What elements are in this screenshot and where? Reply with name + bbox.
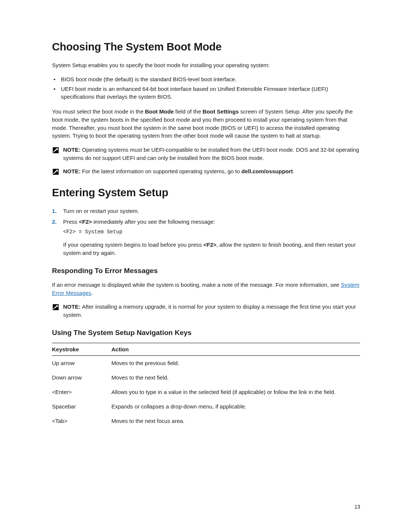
- text-bold: dell.com/ossupport: [241, 168, 293, 174]
- note-text: NOTE: For the latest information on supp…: [63, 167, 294, 175]
- cell-action: Moves to the next field.: [111, 370, 360, 385]
- table-row: <Tab> Moves to the next focus area.: [52, 414, 360, 428]
- text: For the latest information on supported …: [82, 168, 241, 174]
- table-header-keystroke: Keystroke: [52, 343, 111, 355]
- text-bold: Boot Mode: [145, 108, 173, 115]
- table-row: Up arrow Moves to the previous field.: [52, 355, 360, 370]
- table-row: Down arrow Moves to the next field.: [52, 370, 360, 385]
- text: If your operating system begins to load …: [63, 242, 203, 248]
- boot-mode-bullet-list: BIOS boot mode (the default) is the stan…: [52, 75, 360, 101]
- text: Operating systems must be UEFI-compatibl…: [63, 147, 359, 161]
- table-row: Spacebar Expands or collapses a drop-dow…: [52, 399, 360, 414]
- text: field of the: [174, 108, 203, 115]
- heading-responding-errors: Responding To Error Messages: [52, 267, 360, 275]
- cell-action: Expands or collapses a drop-down menu, i…: [111, 399, 360, 414]
- note-ossupport: NOTE: For the latest information on supp…: [52, 167, 360, 175]
- code-text: <F2> = System Setup: [63, 228, 360, 236]
- cell-action: Allows you to type in a value in the sel…: [111, 385, 360, 399]
- list-item: BIOS boot mode (the default) is the stan…: [52, 75, 360, 83]
- text: After installing a memory upgrade, it is…: [63, 303, 356, 318]
- cell-keystroke: <Enter>: [52, 385, 111, 399]
- note-icon: [52, 303, 59, 311]
- list-item: UEFI boot mode is an enhanced 64-bit boo…: [52, 85, 360, 101]
- step-item: Press <F2> immediately after you see the…: [52, 218, 360, 257]
- error-paragraph: If an error message is displayed while t…: [52, 281, 360, 297]
- setup-steps: Turn on or restart your system. Press <F…: [52, 207, 360, 257]
- cell-keystroke: Spacebar: [52, 399, 111, 414]
- text: Press: [63, 219, 79, 225]
- table-header-action: Action: [111, 343, 360, 355]
- note-label: NOTE:: [63, 168, 82, 174]
- text: .: [91, 290, 93, 296]
- intro-paragraph: System Setup enables you to specify the …: [52, 61, 360, 69]
- cell-action: Moves to the previous field.: [111, 355, 360, 370]
- text-bold: <F2>: [79, 219, 92, 225]
- note-memory-upgrade: NOTE: After installing a memory upgrade,…: [52, 303, 360, 319]
- navigation-keys-table: Keystroke Action Up arrow Moves to the p…: [52, 343, 360, 428]
- note-label: NOTE:: [63, 303, 82, 310]
- cell-keystroke: Up arrow: [52, 355, 111, 370]
- heading-choosing-boot-mode: Choosing The System Boot Mode: [52, 41, 360, 53]
- cell-action: Moves to the next focus area.: [111, 414, 360, 428]
- text: If an error message is displayed while t…: [52, 282, 341, 288]
- text: immediately after you see the following …: [92, 219, 215, 225]
- note-text: NOTE: After installing a memory upgrade,…: [63, 303, 360, 319]
- heading-navigation-keys: Using The System Setup Navigation Keys: [52, 329, 360, 337]
- cell-keystroke: <Tab>: [52, 414, 111, 428]
- text-bold: <F2>: [203, 242, 216, 248]
- step-item: Turn on or restart your system.: [52, 207, 360, 215]
- heading-entering-system-setup: Entering System Setup: [52, 187, 360, 199]
- note-text: NOTE: Operating systems must be UEFI-com…: [63, 146, 360, 162]
- note-icon: [52, 168, 59, 175]
- cell-keystroke: Down arrow: [52, 370, 111, 385]
- note-label: NOTE:: [63, 147, 82, 153]
- text: .: [293, 168, 294, 174]
- text-bold: Boot Settings: [202, 108, 239, 115]
- note-uefi-compat: NOTE: Operating systems must be UEFI-com…: [52, 146, 360, 162]
- text: You must select the boot mode in the: [52, 108, 145, 115]
- boot-mode-explanation: You must select the boot mode in the Boo…: [52, 108, 360, 140]
- page-number: 13: [354, 504, 360, 510]
- table-row: <Enter> Allows you to type in a value in…: [52, 385, 360, 399]
- note-icon: [52, 147, 59, 154]
